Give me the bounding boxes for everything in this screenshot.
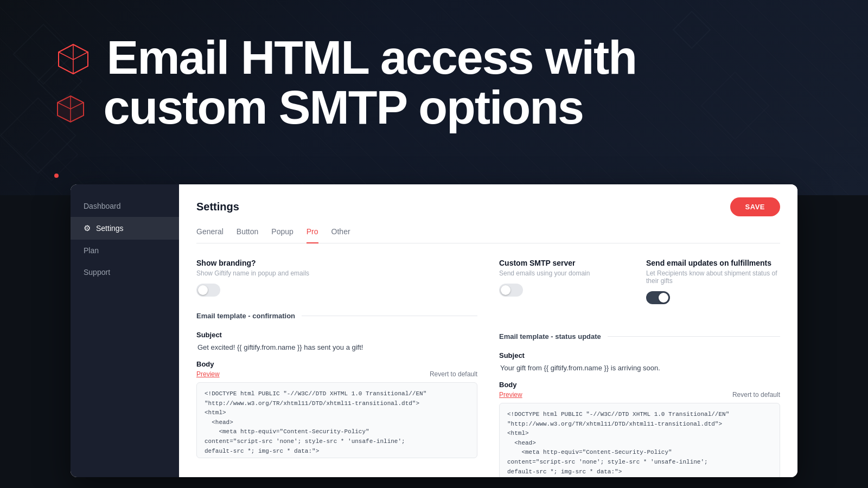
status-section-label: Email template - status update [499, 332, 601, 341]
email-updates-group: Send email updates on fulfillments Let R… [646, 259, 780, 304]
body-section-right: Body Preview Revert to default <!DOCTYPE… [499, 381, 780, 477]
body-header-left: Body [196, 360, 477, 368]
email-updates-toggle[interactable] [646, 291, 670, 304]
smtp-desc: Send emails using your domain [499, 269, 633, 277]
sidebar-item-dashboard[interactable]: Dashboard [71, 195, 179, 217]
smtp-group: Custom SMTP server Send emails using you… [499, 259, 633, 304]
branding-label: Show branding? [196, 259, 477, 267]
save-button[interactable]: SAVE [730, 197, 780, 216]
settings-header: Settings SAVE [196, 197, 780, 216]
preview-tab-left[interactable]: Preview [196, 370, 220, 378]
confirmation-section-label: Email template - confirmation [196, 312, 295, 320]
sidebar: Dashboard ⚙ Settings Plan Support [71, 184, 179, 477]
email-updates-desc: Let Recipients know about shipment statu… [646, 269, 780, 285]
app-panel: Dashboard ⚙ Settings Plan Support Settin… [71, 184, 797, 477]
plan-label: Plan [84, 246, 99, 255]
page-title: Settings [196, 201, 239, 213]
tab-button[interactable]: Button [237, 227, 258, 243]
status-divider: Email template - status update [499, 330, 780, 341]
smtp-toggle[interactable] [499, 284, 523, 297]
tab-popup[interactable]: Popup [271, 227, 293, 243]
body-label-right: Body [499, 381, 517, 389]
subject-label-left: Subject [196, 331, 477, 339]
body-label-left: Body [196, 360, 214, 368]
status-divider-line [608, 336, 780, 337]
tab-general[interactable]: General [196, 227, 224, 243]
subject-value-right: Your gift from {{ giftify.from.name }} i… [499, 364, 780, 372]
revert-link-left[interactable]: Revert to default [430, 370, 477, 378]
support-label: Support [84, 268, 110, 277]
settings-tabs: General Button Popup Pro Other [196, 227, 780, 243]
red-dot-1 [54, 174, 59, 178]
revert-link-right[interactable]: Revert to default [732, 391, 780, 399]
body-tabs-right: Preview [499, 391, 522, 399]
main-content: Settings SAVE General Button Popup Pro O… [179, 184, 797, 477]
confirmation-divider: Email template - confirmation [196, 310, 477, 320]
code-block-right: <!DOCTYPE html PUBLIC "-//W3C//DTD XHTML… [499, 403, 780, 477]
settings-icon: ⚙ [84, 223, 91, 233]
preview-tab-right[interactable]: Preview [499, 391, 522, 399]
left-column: Show branding? Show Giftify name in popu… [196, 259, 477, 477]
sidebar-item-settings[interactable]: ⚙ Settings [71, 217, 179, 240]
email-updates-label: Send email updates on fulfillments [646, 259, 780, 267]
body-tabs-left: Preview [196, 370, 220, 378]
body-section-left: Body Preview Revert to default <!DOCTYPE… [196, 360, 477, 458]
tab-pro[interactable]: Pro [307, 227, 318, 243]
tab-other[interactable]: Other [331, 227, 350, 243]
top-right-groups: Custom SMTP server Send emails using you… [499, 259, 780, 317]
sidebar-item-support[interactable]: Support [71, 261, 179, 283]
settings-grid: Show branding? Show Giftify name in popu… [196, 259, 780, 477]
divider-line [302, 316, 477, 316]
branding-toggle[interactable] [196, 284, 220, 297]
branding-group: Show branding? Show Giftify name in popu… [196, 259, 477, 297]
settings-label: Settings [96, 224, 124, 233]
body-header-right: Body [499, 381, 780, 389]
hero-title: Email HTML access with custom SMTP optio… [54, 33, 636, 133]
branding-desc: Show Giftify name in popup and emails [196, 269, 477, 277]
right-column: Custom SMTP server Send emails using you… [499, 259, 780, 477]
subject-value-left: Get excited! {{ giftify.from.name }} has… [196, 343, 477, 351]
subject-label-right: Subject [499, 351, 780, 359]
smtp-label: Custom SMTP server [499, 259, 633, 267]
dashboard-label: Dashboard [84, 202, 121, 210]
sidebar-item-plan[interactable]: Plan [71, 240, 179, 261]
code-block-left: <!DOCTYPE html PUBLIC "-//W3C//DTD XHTML… [196, 382, 477, 458]
